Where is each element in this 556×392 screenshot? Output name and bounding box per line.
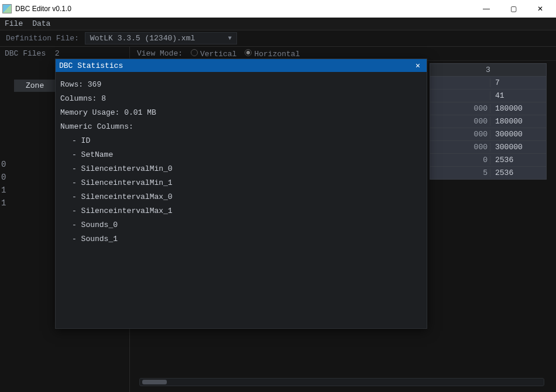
row-markers: 0 0 1 1 [0, 158, 6, 209]
table-row[interactable]: 000180000 [430, 102, 547, 115]
definition-combo-value: WotLK 3.3.5 (12340).xml [90, 34, 195, 43]
cell-left: 000 [435, 117, 490, 126]
stat-numeric-header: Numeric Columns: [60, 120, 422, 134]
definition-label: Definition File: [6, 34, 79, 43]
stat-mem-label: Memory Usage: [60, 108, 124, 117]
table-row[interactable]: 7 [430, 77, 547, 90]
row-marker: 1 [1, 197, 6, 209]
viewmode-label: View Mode: [137, 49, 183, 58]
stat-cols-label: Columns: [60, 94, 101, 103]
app-icon [2, 4, 12, 13]
stat-mem-value: 0.01 MB [124, 108, 156, 117]
dialog-close-button[interactable]: ✕ [413, 60, 423, 71]
stat-memory: Memory Usage: 0.01 MB [60, 106, 422, 120]
row-marker: 1 [1, 184, 6, 197]
cell-right: 180000 [490, 104, 541, 113]
bullet-icon: - [72, 192, 81, 201]
viewmode-vertical-label: Vertical [200, 50, 236, 59]
bullet-icon: - [72, 207, 81, 215]
menu-data[interactable]: Data [32, 19, 50, 28]
cell-left: 000 [435, 143, 490, 152]
numeric-col-name: SilenceintervalMin_0 [81, 164, 173, 173]
numeric-col-name: SetName [81, 150, 114, 159]
radio-icon [245, 49, 252, 56]
viewmode-vertical[interactable]: Vertical [191, 49, 236, 59]
cell-right: 41 [490, 91, 541, 100]
stat-rows-value: 369 [88, 80, 101, 89]
numeric-col-item: - SilenceintervalMin_1 [60, 176, 422, 190]
cell-right: 2536 [490, 156, 541, 164]
row-marker: 0 [1, 158, 6, 171]
bullet-icon: - [72, 136, 81, 145]
column-header[interactable]: 3 [430, 63, 547, 77]
dbc-files-count: 2 [55, 49, 60, 58]
numeric-col-name: SilenceintervalMax_0 [81, 192, 173, 201]
table-row[interactable]: 000300000 [430, 141, 547, 154]
window-title: DBC Editor v0.1.0 [15, 5, 473, 13]
stat-rows-label: Rows: [60, 80, 88, 89]
table-row[interactable]: 000300000 [430, 128, 547, 141]
cell-right: 180000 [490, 117, 541, 126]
radio-icon [191, 49, 198, 56]
viewmode-horizontal-label: Horizontal [254, 50, 300, 59]
numeric-col-item: - SilenceintervalMax_1 [60, 204, 422, 218]
cell-left: 000 [435, 130, 490, 139]
cell-right: 7 [490, 78, 541, 87]
stat-rows: Rows: 369 [60, 78, 422, 92]
data-grid[interactable]: 3 7 41 000180000 000180000 000300000 000… [430, 63, 547, 180]
table-row[interactable]: 41 [430, 90, 547, 102]
horizontal-scrollbar[interactable] [139, 378, 544, 386]
dbc-files-label: DBC Files [5, 49, 46, 58]
bullet-icon: - [72, 235, 81, 243]
definition-combo[interactable]: WotLK 3.3.5 (12340).xml ▼ [85, 32, 237, 44]
dialog-body: Rows: 369 Columns: 8 Memory Usage: 0.01 … [56, 72, 427, 328]
table-row[interactable]: 52536 [430, 167, 547, 180]
window-controls: — ▢ ✕ [473, 0, 554, 18]
cell-left: 5 [435, 169, 490, 177]
cell-right: 2536 [490, 169, 541, 177]
numeric-col-name: ID [81, 136, 91, 145]
scrollbar-thumb[interactable] [142, 380, 167, 384]
table-row[interactable]: 02536 [430, 154, 547, 167]
bullet-icon: - [72, 164, 81, 173]
numeric-col-item: - SetName [60, 148, 422, 162]
numeric-col-item: - Sounds_0 [60, 218, 422, 232]
numeric-col-item: - Sounds_1 [60, 232, 422, 246]
bullet-icon: - [72, 150, 81, 159]
close-button[interactable]: ✕ [527, 0, 554, 18]
stat-cols-value: 8 [101, 94, 106, 103]
numeric-col-name: Sounds_0 [81, 221, 118, 229]
numeric-col-name: SilenceintervalMin_1 [81, 178, 173, 187]
viewmode-horizontal[interactable]: Horizontal [245, 49, 300, 59]
cell-left [435, 91, 490, 100]
definition-row: Definition File: WotLK 3.3.5 (12340).xml… [0, 30, 556, 47]
numeric-col-name: SilenceintervalMax_1 [81, 207, 173, 215]
maximize-button[interactable]: ▢ [500, 0, 527, 18]
bullet-icon: - [72, 221, 81, 229]
dialog-title: DBC Statistics [59, 61, 123, 70]
cell-right: 300000 [490, 143, 541, 152]
cell-left: 000 [435, 104, 490, 113]
cell-right: 300000 [490, 130, 541, 139]
chevron-down-icon: ▼ [228, 35, 232, 42]
titlebar: DBC Editor v0.1.0 — ▢ ✕ [0, 0, 556, 18]
numeric-col-name: Sounds_1 [81, 235, 118, 243]
row-marker: 0 [1, 171, 6, 184]
table-row[interactable]: 000180000 [430, 115, 547, 128]
statistics-dialog: DBC Statistics ✕ Rows: 369 Columns: 8 Me… [55, 59, 427, 329]
minimize-button[interactable]: — [473, 0, 500, 18]
numeric-col-item: - SilenceintervalMax_0 [60, 190, 422, 204]
menu-file[interactable]: File [5, 19, 23, 28]
numeric-col-item: - ID [60, 134, 422, 148]
cell-left [435, 78, 490, 87]
menubar: File Data [0, 18, 556, 30]
stat-columns: Columns: 8 [60, 92, 422, 106]
bullet-icon: - [72, 178, 81, 187]
cell-left: 0 [435, 156, 490, 164]
dialog-titlebar[interactable]: DBC Statistics ✕ [56, 59, 427, 72]
numeric-col-item: - SilenceintervalMin_0 [60, 162, 422, 176]
